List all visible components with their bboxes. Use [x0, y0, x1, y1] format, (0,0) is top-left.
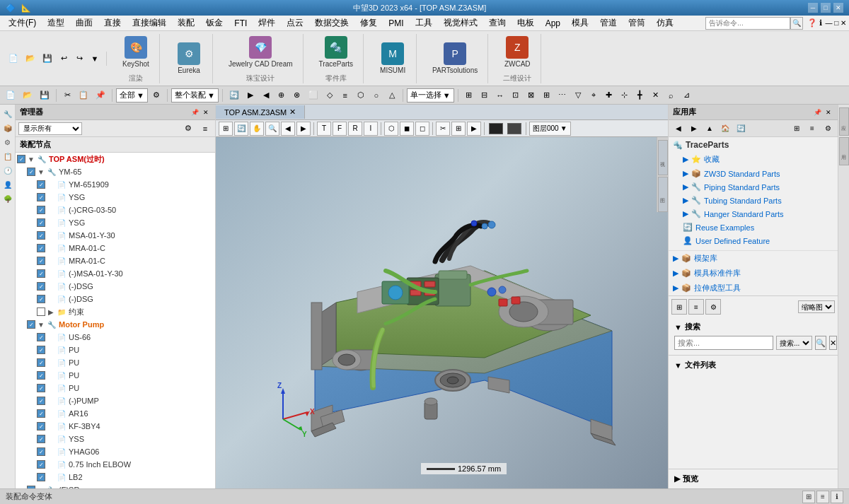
exp25[interactable]: ▼ — [37, 486, 45, 488]
tree-item-ym651909[interactable]: ✓ 📄 YM-651909 — [16, 178, 215, 191]
tb-snap13[interactable]: ✕ — [649, 88, 663, 102]
tree-item-us66[interactable]: ✓ 📄 US-66 — [16, 331, 215, 344]
viewport[interactable]: TOP ASM.Z3ASM ✕ ⊞ 🔄 ✋ 🔍 ◀ ▶ T F R I ⬡ ◼ … — [216, 105, 668, 488]
edge-color-swatch[interactable] — [507, 123, 521, 134]
traceparts-item[interactable]: 🔩 TraceParts — [669, 137, 838, 152]
menu-direct[interactable]: 直接 — [98, 16, 127, 30]
rt-list-view[interactable]: ≡ — [805, 122, 819, 136]
side-icon-history[interactable]: 🕐 — [1, 164, 14, 177]
tb-snap3[interactable]: ↔ — [493, 88, 507, 102]
tree-item-ysg2[interactable]: ✓ 📄 YSG — [16, 216, 215, 229]
checkbox-topasm[interactable]: ✓ — [17, 155, 25, 163]
tb-snap9[interactable]: ⌖ — [587, 88, 601, 102]
menu-app[interactable]: App — [540, 17, 566, 30]
display-mode-dropdown[interactable]: 显示所有 — [18, 122, 82, 135]
tb-snap1[interactable]: ⊞ — [462, 88, 476, 102]
tree-item-pu4[interactable]: ✓ 📄 PU — [16, 382, 215, 394]
search-button[interactable]: 🔍 — [815, 336, 826, 350]
tb-icon11[interactable]: △ — [385, 88, 399, 102]
cb11[interactable] — [37, 307, 45, 316]
menu-fti[interactable]: FTI — [229, 17, 253, 30]
cb9[interactable]: ✓ — [37, 282, 45, 291]
cb6[interactable]: ✓ — [37, 244, 45, 252]
tree-item-dsg2[interactable]: ✓ 📄 (-)DSG — [16, 293, 215, 305]
tree-item-mra1[interactable]: ✓ 📄 MRA-01-C — [16, 242, 215, 254]
partsolutions-button[interactable]: P PARTsolutions — [428, 40, 482, 77]
vp-animate[interactable]: ▶ — [467, 122, 481, 136]
viewport-side-icon2[interactable]: 图 — [658, 177, 668, 212]
tb-new[interactable]: 📄 — [3, 88, 18, 102]
search-clear-button[interactable]: ✕ — [829, 336, 837, 350]
menu-dataexchange[interactable]: 数据交换 — [309, 16, 354, 30]
rt-refresh[interactable]: 🔄 — [734, 122, 748, 136]
tb-icon5[interactable]: ⊗ — [290, 88, 304, 102]
scope-dropdown[interactable]: 全部 ▼ — [116, 88, 148, 102]
menu-directedit[interactable]: 直接编辑 — [127, 16, 172, 30]
viewport-tab-close[interactable]: ✕ — [289, 107, 296, 117]
misumi-button[interactable]: M MISUMI — [375, 40, 410, 77]
minimize-button[interactable]: ─ — [808, 3, 818, 13]
tree-item-msa1[interactable]: ✓ 📄 MSA-01-Y-30 — [16, 229, 215, 242]
save-button[interactable]: 💾 — [40, 52, 55, 66]
tb-snap6[interactable]: ⊞ — [540, 88, 554, 102]
command-search-button[interactable]: 🔍 — [790, 17, 803, 30]
vp-section2[interactable]: ⊞ — [451, 122, 466, 136]
search-type-dropdown[interactable]: 搜索... — [776, 336, 812, 350]
rt-forward[interactable]: ▶ — [687, 122, 701, 136]
status-icon-grid[interactable]: ⊞ — [802, 491, 815, 503]
tb-icon8[interactable]: ≡ — [338, 88, 352, 102]
cb3[interactable]: ✓ — [37, 206, 45, 214]
cb8[interactable]: ✓ — [37, 269, 45, 278]
cb19[interactable]: ✓ — [37, 409, 45, 418]
panel-close-button[interactable]: ✕ — [201, 107, 211, 117]
side-icon-layers[interactable]: 📋 — [1, 150, 14, 163]
tree-filter-button[interactable]: ⚙ — [181, 122, 195, 136]
tb-icon9[interactable]: ⬡ — [354, 88, 368, 102]
menu-pmi[interactable]: PMI — [383, 17, 409, 30]
tree-item-pu2[interactable]: ✓ 📄 PU — [16, 356, 215, 369]
tb-save[interactable]: 💾 — [37, 88, 52, 102]
cb2[interactable]: ✓ — [37, 193, 45, 201]
maximize-button[interactable]: □ — [821, 3, 831, 13]
tree-item-constraint1[interactable]: ▶ 📁 约束 — [16, 305, 215, 318]
expand-ym65[interactable]: ▼ — [37, 168, 45, 176]
tb-cut[interactable]: ✂ — [60, 88, 74, 102]
lib-favorites[interactable]: ▶ ⭐ 收藏 — [669, 152, 838, 167]
tree-item-ar16[interactable]: ✓ 📄 AR16 — [16, 407, 215, 420]
cb15[interactable]: ✓ — [37, 358, 45, 367]
tree-item-pump[interactable]: ✓ 📄 (-)PUMP — [16, 394, 215, 407]
right-panel-close[interactable]: ✕ — [824, 107, 833, 117]
redo-button[interactable]: ↪ — [72, 52, 86, 66]
layer-dropdown[interactable]: 图层000 ▼ — [529, 122, 571, 136]
assembly-dropdown[interactable]: 整个装配 ▼ — [171, 88, 219, 102]
close-button[interactable]: ✕ — [833, 3, 843, 13]
search-input[interactable] — [674, 336, 773, 350]
tb-snap11[interactable]: ⊹ — [618, 88, 632, 102]
lib-zw3d-standard[interactable]: ▶ 📦 ZW3D Standard Parts — [669, 167, 838, 180]
rt-settings[interactable]: ⚙ — [821, 122, 835, 136]
zwcad-button[interactable]: Z ZWCAD — [499, 33, 535, 71]
rt-home[interactable]: 🏠 — [718, 122, 732, 136]
rb-icon1[interactable]: ⊞ — [671, 299, 687, 315]
rt-grid-view[interactable]: ⊞ — [790, 122, 804, 136]
tb-icon2[interactable]: ▶ — [243, 88, 258, 102]
tree-settings-button[interactable]: ≡ — [198, 122, 212, 136]
menu-mold[interactable]: 模具 — [566, 16, 594, 30]
menu-surface[interactable]: 曲面 — [70, 16, 98, 30]
vp-shadeEdge[interactable]: ◻ — [415, 122, 429, 136]
tb-snap8[interactable]: ▽ — [571, 88, 585, 102]
vp-section[interactable]: ✂ — [436, 122, 450, 136]
eureka-button[interactable]: ⚙ Eureka — [171, 40, 207, 77]
rb-icon2[interactable]: ≡ — [688, 299, 704, 315]
vp-right[interactable]: R — [348, 122, 362, 136]
tb-open[interactable]: 📂 — [20, 88, 35, 102]
tree-item-kf3by4[interactable]: ✓ 📄 KF-3BY4 — [16, 420, 215, 433]
tree-item-yhag06[interactable]: ✓ 📄 YHAG06 — [16, 445, 215, 458]
tree-item-msa2[interactable]: ✓ 📄 (-)MSA-01-Y-30 — [16, 267, 215, 280]
preview-collapse-icon[interactable]: ▶ — [674, 474, 680, 484]
right-panel-pin[interactable]: 📌 — [812, 107, 822, 117]
tb-copy[interactable]: 📋 — [76, 88, 91, 102]
viewport-side-icon1[interactable]: 视 — [658, 140, 668, 175]
jewelry-button[interactable]: 💎 Jewelry CAD Dream — [224, 33, 297, 71]
tb-icon6[interactable]: ⬜ — [306, 88, 321, 102]
